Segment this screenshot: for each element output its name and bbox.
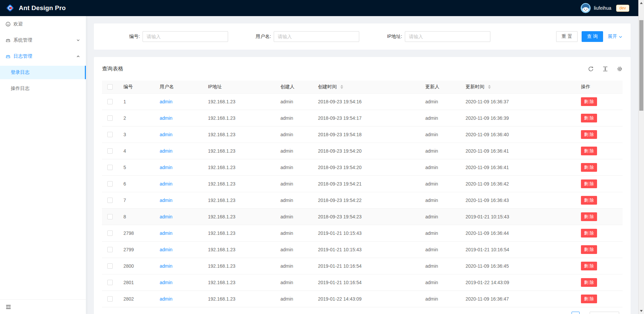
- pagination-size-select[interactable]: [590, 312, 619, 314]
- column-header-created-time[interactable]: 创建时间: [315, 81, 423, 93]
- delete-button[interactable]: 删 除: [581, 97, 597, 106]
- cell-ip: 192.168.1.23: [205, 291, 278, 307]
- column-header-updater: 更新人: [423, 81, 463, 93]
- pagination-page-1[interactable]: [572, 312, 580, 314]
- username-input[interactable]: [274, 31, 359, 42]
- table-row: 4 admin 192.168.1.23 admin 2018-09-23 19…: [102, 143, 623, 159]
- search-field-id: 编号:: [94, 31, 228, 42]
- cell-ip: 192.168.1.23: [205, 274, 278, 291]
- table-row: 8 admin 192.168.1.23 admin 2018-09-23 19…: [102, 208, 623, 225]
- cell-creator: admin: [278, 258, 315, 274]
- id-input[interactable]: [143, 31, 228, 42]
- sidebar-item-log-management[interactable]: 日志管理: [0, 50, 86, 63]
- user-avatar[interactable]: [581, 3, 591, 13]
- delete-button[interactable]: 删 除: [581, 114, 597, 122]
- reload-icon[interactable]: [588, 66, 594, 72]
- cell-created-time: 2019-01-21 10:15:43: [315, 225, 423, 241]
- username-link[interactable]: admin: [160, 247, 172, 252]
- header-username[interactable]: liufeihua: [594, 5, 611, 11]
- username-link[interactable]: admin: [160, 230, 172, 236]
- username-link[interactable]: admin: [160, 280, 172, 285]
- username-link[interactable]: admin: [160, 296, 172, 302]
- cell-updated-time: 2020-11-09 16:36:39: [463, 110, 578, 126]
- setting-gear-icon[interactable]: [617, 66, 623, 72]
- cell-updater: admin: [423, 274, 463, 291]
- row-checkbox[interactable]: [107, 181, 113, 187]
- delete-button[interactable]: 删 除: [581, 262, 597, 270]
- table-row: 2798 admin 192.168.1.23 admin 2019-01-21…: [102, 225, 623, 241]
- row-checkbox[interactable]: [107, 247, 113, 252]
- delete-button[interactable]: 删 除: [581, 147, 597, 155]
- app-header: Ant Design Pro liufeihua dev: [0, 0, 644, 16]
- row-checkbox[interactable]: [107, 99, 113, 104]
- column-header-updated-time[interactable]: 更新时间: [463, 81, 578, 93]
- cell-updater: admin: [423, 159, 463, 175]
- username-link[interactable]: admin: [160, 115, 172, 121]
- username-link[interactable]: admin: [160, 165, 172, 170]
- table-row: 2 admin 192.168.1.23 admin 2018-09-23 19…: [102, 110, 623, 126]
- username-link[interactable]: admin: [160, 263, 172, 269]
- sidebar-item-label: 欢迎: [13, 21, 23, 27]
- table-row: 2799 admin 192.168.1.23 admin 2019-01-21…: [102, 241, 623, 258]
- table-row: 2802 admin 192.168.1.23 admin 2019-01-22…: [102, 291, 623, 307]
- delete-button[interactable]: 删 除: [581, 229, 597, 238]
- delete-button[interactable]: 删 除: [581, 295, 597, 303]
- scrollbar-down-arrow-icon[interactable]: [640, 310, 643, 312]
- username-link[interactable]: admin: [160, 181, 172, 187]
- cell-id: 2: [121, 110, 157, 126]
- username-link[interactable]: admin: [160, 99, 172, 104]
- scrollbar-thumb[interactable]: [639, 20, 643, 111]
- row-checkbox[interactable]: [107, 132, 113, 137]
- username-link[interactable]: admin: [160, 198, 172, 203]
- cell-created-time: 2018-09-23 19:54:17: [315, 110, 423, 126]
- cell-updater: admin: [423, 225, 463, 241]
- cell-updated-time: 2019-01-21 10:16:54: [463, 241, 578, 258]
- sorter-icon[interactable]: [340, 85, 343, 89]
- menu-fold-icon[interactable]: [5, 304, 11, 310]
- row-checkbox[interactable]: [107, 280, 113, 285]
- sidebar-item-welcome[interactable]: 欢迎: [0, 17, 86, 31]
- cell-created-time: 2018-09-23 19:54:18: [315, 126, 423, 143]
- row-checkbox[interactable]: [107, 230, 113, 236]
- row-checkbox[interactable]: [107, 148, 113, 154]
- cell-updater: admin: [423, 208, 463, 225]
- sidebar-subitem-login-log[interactable]: 登录日志: [0, 66, 86, 79]
- delete-button[interactable]: 删 除: [581, 278, 597, 287]
- reset-button[interactable]: 重 置: [556, 31, 578, 42]
- ip-input[interactable]: [405, 31, 490, 42]
- delete-button[interactable]: 删 除: [581, 179, 597, 188]
- delete-button[interactable]: 删 除: [581, 130, 597, 139]
- vertical-scrollbar[interactable]: [638, 0, 644, 314]
- delete-button[interactable]: 删 除: [581, 245, 597, 254]
- cell-updated-time: 2020-11-09 16:36:42: [463, 175, 578, 192]
- sidebar-subitem-operation-log[interactable]: 操作日志: [0, 82, 86, 95]
- sidebar-subitem-label: 登录日志: [11, 69, 30, 75]
- select-all-checkbox[interactable]: [107, 84, 113, 90]
- sidebar-item-system-management[interactable]: 系统管理: [0, 34, 86, 47]
- row-checkbox[interactable]: [107, 263, 113, 269]
- username-link[interactable]: admin: [160, 148, 172, 154]
- logo[interactable]: Ant Design Pro: [5, 3, 66, 13]
- row-checkbox[interactable]: [107, 214, 113, 219]
- row-checkbox[interactable]: [107, 115, 113, 121]
- cell-updated-time: 2019-01-21 10:15:43: [463, 208, 578, 225]
- username-link[interactable]: admin: [160, 132, 172, 137]
- expand-link-label: 展开: [608, 34, 617, 40]
- row-checkbox[interactable]: [107, 198, 113, 203]
- row-checkbox[interactable]: [107, 165, 113, 170]
- username-link[interactable]: admin: [160, 214, 172, 219]
- env-tag-badge: dev: [616, 5, 629, 12]
- cell-updater: admin: [423, 126, 463, 143]
- query-button[interactable]: 查 询: [582, 31, 603, 42]
- delete-button[interactable]: 删 除: [581, 212, 597, 221]
- ant-design-logo-icon: [5, 3, 15, 13]
- sorter-icon[interactable]: [488, 85, 491, 89]
- delete-button[interactable]: 删 除: [581, 196, 597, 205]
- column-height-icon[interactable]: [602, 66, 608, 72]
- delete-button[interactable]: 删 除: [581, 163, 597, 172]
- scrollbar-up-arrow-icon[interactable]: [640, 2, 643, 4]
- row-checkbox[interactable]: [107, 296, 113, 302]
- cell-ip: 192.168.1.23: [205, 225, 278, 241]
- expand-link[interactable]: 展开: [608, 34, 623, 40]
- cell-ip: 192.168.1.23: [205, 159, 278, 175]
